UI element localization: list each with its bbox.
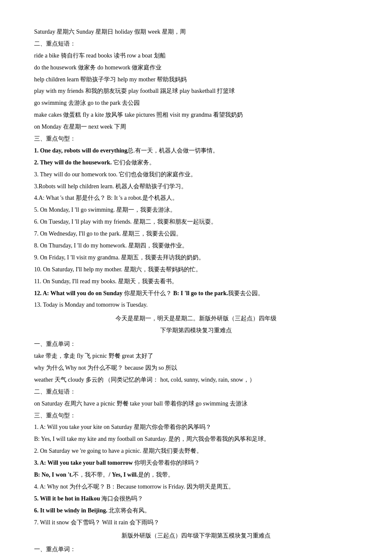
sentence-3: 3. They will do our homework too. 它们也会做我… bbox=[34, 169, 358, 180]
page-content: Saturday 星期六 Sunday 星期日 holiday 假期 week … bbox=[34, 26, 358, 555]
sentence-4: 4.A: What 's that 那是什么？ B: It 's a robot… bbox=[34, 193, 358, 204]
section3-label-vocab: 一、重点单词： bbox=[34, 544, 358, 555]
sentence-13: 13. Today is Monday and tomorrow is Tues… bbox=[34, 299, 358, 311]
vocab2-line3: weather 天气 cloudy 多云的 （同类记忆的单词： hot, col… bbox=[34, 374, 358, 385]
sentence-2: 2. They will do the housework. 它们会做家务。 bbox=[34, 157, 358, 168]
s2-sentence-1: 1. A: Will you take your kite on Saturda… bbox=[34, 422, 358, 433]
sentence-7: 7. On Wednesday, I'll go to the park. 星期… bbox=[34, 228, 358, 239]
vocab-line1: Saturday 星期六 Sunday 星期日 holiday 假期 week … bbox=[34, 26, 358, 37]
section-label-sentences: 三、重点句型： bbox=[34, 133, 358, 144]
s2-sentence-2: B: Yes, I will take my kite and my footb… bbox=[34, 434, 358, 445]
section2-label-vocab: 一、重点单词： bbox=[34, 339, 358, 350]
center-text-2: 新版外研版（三起点）四年级下学期第五模块复习重难点 bbox=[34, 530, 358, 541]
phrase-line5: go swimming 去游泳 go to the park 去公园 bbox=[34, 98, 358, 109]
s2-sentence-9: 7. Will it snow 会下雪吗？ Will it rain 会下雨吗？ bbox=[34, 517, 358, 528]
phrase-line1: ride a bike 骑自行车 read books 读书 row a boa… bbox=[34, 50, 358, 61]
phrase-line4: play with my friends 和我的朋友玩耍 play footba… bbox=[34, 86, 358, 97]
section2-label-phrases: 二、重点短语： bbox=[34, 386, 358, 397]
sentence-5: 5. On Monday, I 'll go swimming. 星期一，我要去… bbox=[34, 204, 358, 216]
section-label-phrases: 二、重点短语： bbox=[34, 38, 358, 49]
sentence-6: 6. On Tuesday, I 'll play with my friend… bbox=[34, 216, 358, 227]
s2-sentence-7: 5. Will it be hot in Haikou 海口会很热吗？ bbox=[34, 493, 358, 504]
section2-label-sentences: 三、重点句型： bbox=[34, 410, 358, 421]
s2-sentence-4: 3. A: Will you take your ball tomorrow 你… bbox=[34, 457, 358, 469]
center-text-1: 今天是星期一，明天是星期二。新版外研版（三起点）四年级 下学期第四模块复习重难点 bbox=[34, 313, 358, 336]
s2-sentence-3: 2. On Saturday we 're going to have a pi… bbox=[34, 446, 358, 457]
phrase-line3: help children learn 帮助孩子学习 help my mothe… bbox=[34, 74, 358, 85]
sentence-8: 8. On Thursday, I 'll do my homework. 星期… bbox=[34, 240, 358, 251]
s2-sentence-6: 4. A: Why not 为什么不呢？ B：Because tomorrow … bbox=[34, 481, 358, 492]
sentence-3b: 3.Robots will help children learn. 机器人会帮… bbox=[34, 181, 358, 192]
sentence-9: 9. On Friday, I 'll visit my grandma. 星期… bbox=[34, 252, 358, 263]
sentence-1: 1. One day, robots will do everything1. … bbox=[34, 145, 358, 156]
sentence-12: 12. A: What will you do on Sunday 你星期天干什… bbox=[34, 288, 358, 299]
phrase2-line1: on Saturday 在周六 have a picnic 野餐 take yo… bbox=[34, 398, 358, 409]
sentence-11: 11. On Sunday, I'll read my books. 星期天，我… bbox=[34, 276, 358, 287]
sentence-10: 10. On Saturday, I'll help my mother. 星期… bbox=[34, 264, 358, 275]
phrase-line2: do the housework 做家务 do homework 做家庭作业 bbox=[34, 62, 358, 73]
phrase-line6: make cakes 做蛋糕 fly a kite 放风筝 take pictu… bbox=[34, 109, 358, 121]
phrase-line7: on Monday 在星期一 next week 下周 bbox=[34, 121, 358, 132]
s2-sentence-8: 6. It will be windy in Beijing. 北京将会有风。 bbox=[34, 505, 358, 516]
s2-sentence-5: B: No, I won 't.不，我不带。/ Yes, I will.是的，我… bbox=[34, 469, 358, 480]
vocab2-line1: take 带走，拿走 fly 飞 picnic 野餐 great 太好了 bbox=[34, 351, 358, 362]
vocab2-line2: why 为什么 Why not 为什么不呢？ because 因为 so 所以 bbox=[34, 362, 358, 374]
